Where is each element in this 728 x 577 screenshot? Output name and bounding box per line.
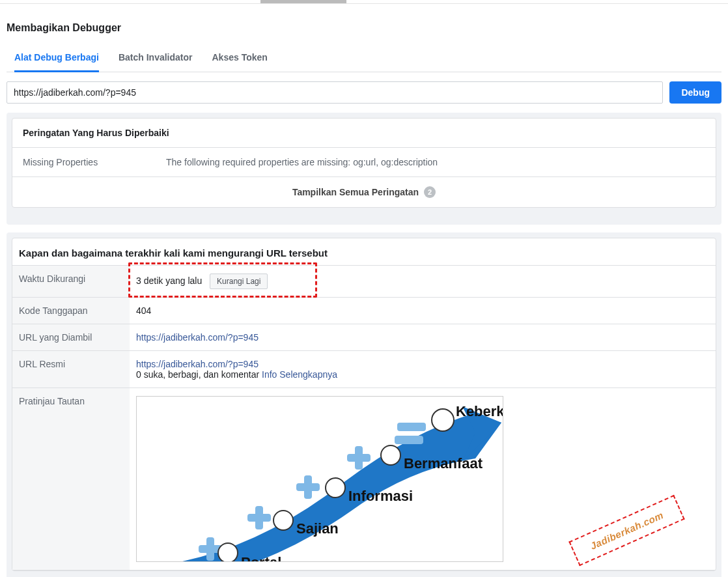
time-value: 3 detik yang lalu — [136, 275, 202, 286]
tab-batch-invalidator[interactable]: Batch Invalidator — [119, 44, 193, 72]
warning-row: Missing Properties The following require… — [12, 148, 716, 177]
rescrape-button[interactable]: Kurangi Lagi — [210, 274, 268, 289]
svg-point-10 — [432, 409, 454, 431]
page-title: Membagikan Debugger — [7, 22, 721, 34]
tab-access-token[interactable]: Akses Token — [212, 44, 268, 72]
row-time-scraped: Waktu Dikurangi 3 detik yang lalu Kurang… — [12, 266, 716, 298]
show-all-label: Tampilkan Semua Peringatan — [292, 187, 419, 197]
svg-rect-3 — [355, 446, 363, 470]
svg-rect-9 — [206, 537, 214, 561]
preview-label-keberkahan: Keberkahan — [456, 403, 503, 419]
debug-button[interactable]: Debug — [669, 81, 721, 104]
row-link-preview: Pratinjau Tautan — [12, 388, 716, 570]
warning-label: Missing Properties — [23, 157, 166, 167]
code-value: 404 — [130, 298, 716, 324]
warning-message: The following required properties are mi… — [166, 157, 438, 167]
fetched-url-link[interactable]: https://jadiberkah.com/?p=945 — [136, 332, 259, 343]
preview-label-informasi: Informasi — [348, 488, 413, 504]
scrape-header: Kapan dan bagaimana terakhir kali kami m… — [12, 238, 716, 266]
time-key: Waktu Dikurangi — [12, 266, 130, 298]
scrape-info-panel: Kapan dan bagaimana terakhir kali kami m… — [12, 238, 716, 571]
canonical-stats: 0 suka, berbagi, dan komentar — [136, 369, 262, 380]
preview-label-sajian: Sajian — [296, 520, 339, 537]
link-preview-image: Keberkahan Bermanfaat Informasi Sajian P… — [136, 396, 503, 562]
svg-point-11 — [381, 445, 400, 465]
preview-label-bermanfaat: Bermanfaat — [404, 455, 483, 471]
svg-point-14 — [218, 543, 238, 562]
url-input[interactable] — [7, 81, 663, 104]
warnings-header: Peringatan Yang Harus Diperbaiki — [12, 119, 716, 148]
fetched-key: URL yang Diambil — [12, 324, 130, 351]
svg-point-12 — [326, 478, 345, 498]
canonical-key: URL Resmi — [12, 351, 130, 388]
row-response-code: Kode Tanggapan 404 — [12, 298, 716, 324]
tab-sharing-debugger[interactable]: Alat Debug Berbagi — [14, 44, 99, 72]
row-fetched-url: URL yang Diambil https://jadiberkah.com/… — [12, 324, 716, 351]
tool-tabs: Alat Debug Berbagi Batch Invalidator Aks… — [7, 44, 721, 72]
svg-rect-5 — [304, 475, 312, 499]
show-all-warnings-button[interactable]: Tampilkan Semua Peringatan 2 — [12, 177, 716, 207]
top-nav-bar — [0, 0, 728, 4]
watermark-annotation: Jadiberkah.com — [568, 495, 685, 567]
info-more-link[interactable]: Info Selengkapnya — [262, 369, 337, 380]
row-canonical-url: URL Resmi https://jadiberkah.com/?p=945 … — [12, 351, 716, 388]
svg-rect-7 — [255, 506, 263, 529]
svg-rect-0 — [397, 423, 426, 431]
svg-rect-1 — [395, 436, 423, 444]
code-key: Kode Tanggapan — [12, 298, 130, 324]
warnings-panel: Peringatan Yang Harus Diperbaiki Missing… — [12, 118, 716, 208]
svg-point-13 — [273, 511, 293, 530]
preview-key: Pratinjau Tautan — [12, 388, 130, 570]
preview-label-portal: Portal — [241, 554, 281, 562]
canonical-url-link[interactable]: https://jadiberkah.com/?p=945 — [136, 359, 259, 369]
warning-count-badge: 2 — [424, 186, 436, 198]
